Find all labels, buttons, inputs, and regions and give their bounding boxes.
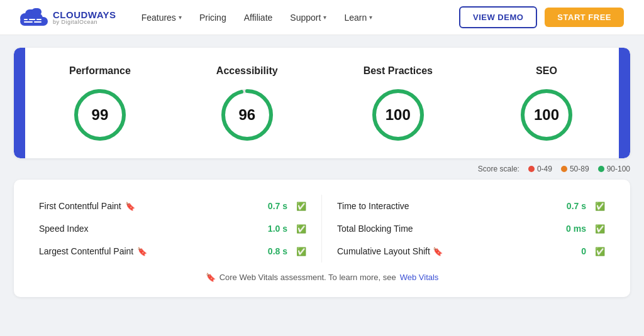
metric-si: Speed Index 1.0 s ✅ (39, 217, 322, 240)
svg-rect-7 (24, 21, 33, 23)
scale-orange-range: 50-89 (570, 165, 589, 173)
metric-si-name: Speed Index (39, 224, 263, 234)
score-best-practices: Best Practices 100 (364, 65, 433, 143)
check-icon-tbt: ✅ (595, 224, 605, 234)
logo-sub: by DigitalOcean (53, 19, 116, 25)
check-icon-si: ✅ (296, 224, 306, 234)
nav-support[interactable]: Support ▾ (290, 13, 326, 23)
scale-green-range: 90-100 (607, 165, 630, 173)
score-card: Performance 99 Accessibility 96 Best Pra… (14, 48, 630, 158)
score-performance-circle: 99 (72, 87, 128, 143)
start-free-button[interactable]: START FREE (545, 8, 624, 27)
nav-learn[interactable]: Learn (344, 13, 367, 23)
score-seo-label: SEO (536, 65, 557, 77)
metric-tti-name: Time to Interactive (337, 201, 562, 211)
score-seo: SEO 100 (518, 65, 575, 143)
main-content: Performance 99 Accessibility 96 Best Pra… (8, 35, 636, 310)
metric-si-label: Speed Index (39, 224, 89, 234)
score-performance-label: Performance (69, 65, 131, 77)
bookmark-icon-lcp: 🔖 (137, 247, 147, 256)
metric-tbt-value: 0 ms (566, 224, 586, 234)
nav-pricing[interactable]: Pricing (199, 13, 226, 23)
check-icon-fcp: ✅ (296, 202, 306, 211)
scale-green: 90-100 (598, 165, 630, 173)
logo[interactable]: CLOUDWAYS by DigitalOcean (20, 8, 116, 27)
nav-buttons: VIEW DEMO START FREE (459, 6, 624, 28)
bookmark-icon-footer: 🔖 (206, 273, 216, 282)
nav-affiliate[interactable]: Affiliate (244, 13, 273, 23)
orange-dot-icon (561, 166, 567, 172)
metric-tbt-name: Total Blocking Time (337, 224, 561, 234)
metric-cls: Cumulative Layout Shift 🔖 0 ✅ (322, 240, 605, 263)
metric-lcp-label: Largest Contentful Paint (39, 246, 133, 256)
score-accessibility-value: 96 (238, 106, 255, 124)
web-vitals-link[interactable]: Web Vitals (400, 273, 439, 282)
metric-fcp-value: 0.7 s (268, 201, 287, 211)
svg-rect-8 (34, 21, 42, 23)
svg-rect-5 (29, 19, 35, 20)
nav-features[interactable]: Features ▾ (142, 13, 182, 23)
footer-note: 🔖 Core Web Vitals assessment. To learn m… (39, 273, 605, 282)
score-accessibility: Accessibility 96 (216, 65, 278, 143)
check-icon-tti: ✅ (595, 202, 605, 211)
score-best-practices-label: Best Practices (364, 65, 433, 77)
metric-lcp: Largest Contentful Paint 🔖 0.8 s ✅ (39, 240, 322, 263)
svg-rect-4 (24, 19, 28, 20)
metric-fcp-name: First Contentful Paint 🔖 (39, 201, 263, 211)
chevron-down-icon-support: ▾ (323, 14, 326, 21)
score-best-practices-circle: 100 (370, 87, 426, 143)
svg-rect-6 (36, 19, 42, 20)
score-performance: Performance 99 (69, 65, 131, 143)
navbar: CLOUDWAYS by DigitalOcean Features ▾ Pri… (0, 0, 644, 35)
chevron-down-icon-learn: ▾ (369, 14, 372, 21)
score-best-practices-value: 100 (386, 106, 411, 124)
scale-label: Score scale: (478, 165, 519, 173)
metric-lcp-name: Largest Contentful Paint 🔖 (39, 246, 263, 256)
metric-tbt: Total Blocking Time 0 ms ✅ (322, 217, 605, 240)
footer-note-text: Core Web Vitals assessment. To learn mor… (219, 273, 396, 282)
bookmark-icon-fcp: 🔖 (125, 202, 135, 211)
view-demo-button[interactable]: VIEW DEMO (459, 6, 537, 28)
scale-red-range: 0-49 (537, 165, 552, 173)
scale-red: 0-49 (528, 165, 552, 173)
nav-links: Features ▾ Pricing Affiliate Support ▾ L… (142, 13, 459, 23)
green-dot-icon (598, 166, 604, 172)
score-accessibility-circle: 96 (219, 87, 275, 143)
svg-rect-2 (31, 8, 42, 16)
score-accessibility-label: Accessibility (216, 65, 278, 77)
red-dot-icon (528, 166, 535, 172)
check-icon-cls: ✅ (595, 247, 605, 256)
chevron-down-icon: ▾ (179, 14, 182, 21)
metrics-card: First Contentful Paint 🔖 0.7 s ✅ Time to… (14, 180, 630, 297)
bookmark-icon-cls: 🔖 (433, 247, 443, 256)
metric-cls-name: Cumulative Layout Shift 🔖 (337, 246, 576, 256)
svg-rect-3 (20, 17, 48, 26)
metric-tti-value: 0.7 s (567, 201, 586, 211)
scale-orange: 50-89 (561, 165, 589, 173)
score-seo-value: 100 (534, 106, 559, 124)
logo-icon (20, 8, 48, 27)
metric-fcp-label: First Contentful Paint (39, 201, 121, 211)
logo-brand: CLOUDWAYS (53, 10, 116, 19)
metric-cls-value: 0 (581, 246, 586, 256)
check-icon-lcp: ✅ (296, 247, 306, 256)
metric-tti: Time to Interactive 0.7 s ✅ (322, 195, 605, 217)
metric-lcp-value: 0.8 s (268, 246, 287, 256)
score-performance-value: 99 (92, 106, 109, 124)
metric-fcp: First Contentful Paint 🔖 0.7 s ✅ (39, 195, 322, 217)
score-scale: Score scale: 0-49 50-89 90-100 (14, 158, 630, 177)
score-seo-circle: 100 (518, 87, 575, 143)
metrics-grid: First Contentful Paint 🔖 0.7 s ✅ Time to… (39, 195, 605, 263)
metric-si-value: 1.0 s (268, 224, 287, 234)
